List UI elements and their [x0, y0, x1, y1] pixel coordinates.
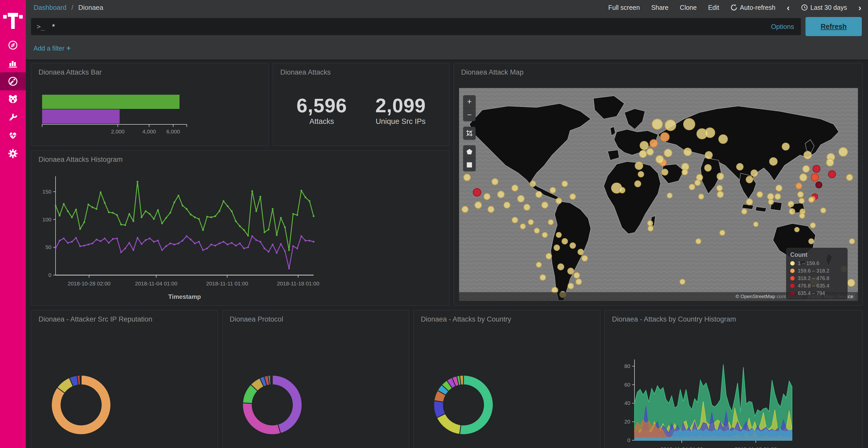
time-prev-button[interactable]: ‹: [787, 3, 790, 13]
attack-location-marker[interactable]: [648, 226, 653, 231]
attack-location-marker[interactable]: [800, 213, 805, 218]
full-screen-button[interactable]: Full screen: [609, 4, 640, 11]
attack-location-marker[interactable]: [582, 255, 587, 261]
attack-location-marker[interactable]: [578, 249, 584, 255]
breadcrumb-dashboard-link[interactable]: Dashboard: [34, 4, 66, 11]
attack-location-marker[interactable]: [746, 199, 752, 205]
sidebar-item-discover[interactable]: [0, 36, 26, 54]
time-next-button[interactable]: ›: [859, 3, 861, 13]
attack-location-marker[interactable]: [776, 185, 782, 191]
attack-location-marker[interactable]: [574, 273, 580, 278]
attack-location-marker[interactable]: [719, 135, 727, 143]
attack-location-marker[interactable]: [498, 191, 504, 198]
attack-location-marker[interactable]: [546, 253, 552, 259]
attack-location-marker[interactable]: [717, 192, 723, 198]
attack-location-marker[interactable]: [512, 217, 518, 223]
attack-location-marker[interactable]: [524, 204, 530, 210]
attack-location-marker[interactable]: [720, 230, 725, 235]
attack-location-marker[interactable]: [635, 162, 643, 170]
attack-location-marker[interactable]: [473, 188, 481, 196]
attack-location-marker[interactable]: [847, 279, 855, 286]
attack-location-marker[interactable]: [813, 165, 820, 173]
attack-location-marker[interactable]: [462, 206, 468, 212]
attack-location-marker[interactable]: [492, 179, 498, 185]
attack-location-marker[interactable]: [695, 180, 700, 185]
attack-location-marker[interactable]: [650, 140, 657, 147]
attack-location-marker[interactable]: [809, 239, 814, 244]
bar-Attacks[interactable]: [42, 95, 180, 109]
attack-location-marker[interactable]: [656, 156, 664, 163]
world-map[interactable]: + − Count 1 – 159.6159.6 – 318.2318.2 – …: [459, 88, 858, 301]
attack-location-marker[interactable]: [528, 219, 533, 225]
donut-slice-httpd[interactable]: [243, 403, 281, 435]
sidebar-item-devtools[interactable]: [0, 108, 26, 127]
sidebar-item-tpot[interactable]: [0, 90, 26, 108]
attack-location-marker[interactable]: [504, 202, 510, 208]
attack-location-marker[interactable]: [558, 264, 564, 270]
line-series-Unique Src IPs[interactable]: [56, 236, 314, 268]
attack-location-marker[interactable]: [662, 169, 668, 175]
refresh-button[interactable]: Refresh: [805, 17, 862, 36]
attack-location-marker[interactable]: [665, 120, 676, 131]
attack-location-marker[interactable]: [800, 174, 807, 181]
attack-location-marker[interactable]: [705, 151, 712, 159]
attack-location-marker[interactable]: [717, 173, 723, 180]
attack-location-marker[interactable]: [705, 128, 715, 138]
attack-location-marker[interactable]: [464, 174, 470, 181]
attack-location-marker[interactable]: [684, 118, 695, 130]
zoom-out-button[interactable]: −: [463, 108, 475, 121]
attack-location-marker[interactable]: [789, 209, 795, 214]
attack-location-marker[interactable]: [751, 170, 758, 176]
attack-location-marker[interactable]: [768, 199, 773, 204]
attack-location-marker[interactable]: [512, 185, 518, 191]
attack-location-marker[interactable]: [821, 208, 826, 213]
sidebar-item-management[interactable]: [0, 144, 26, 163]
attack-location-marker[interactable]: [475, 202, 482, 208]
attack-location-marker[interactable]: [542, 232, 548, 237]
attack-location-marker[interactable]: [746, 176, 753, 183]
attack-location-marker[interactable]: [798, 192, 803, 198]
attack-location-marker[interactable]: [534, 228, 539, 233]
attack-location-marker[interactable]: [640, 150, 647, 158]
attack-location-marker[interactable]: [540, 275, 546, 280]
attack-location-marker[interactable]: [536, 262, 541, 267]
attack-location-marker[interactable]: [530, 181, 536, 186]
attack-location-marker[interactable]: [811, 174, 818, 181]
attack-location-marker[interactable]: [680, 279, 685, 284]
attack-location-marker[interactable]: [827, 159, 834, 166]
share-button[interactable]: Share: [651, 4, 669, 11]
attack-location-marker[interactable]: [684, 148, 691, 156]
attack-location-marker[interactable]: [542, 202, 548, 208]
attack-location-marker[interactable]: [556, 232, 561, 237]
auto-refresh-button[interactable]: Auto-refresh: [731, 4, 776, 11]
sidebar-item-visualize[interactable]: [0, 54, 26, 72]
crop-tool-button[interactable]: [463, 127, 475, 140]
attack-location-marker[interactable]: [705, 164, 711, 171]
telekom-logo[interactable]: [0, 5, 26, 29]
attack-location-marker[interactable]: [562, 181, 567, 186]
donut-slice-mining node[interactable]: [81, 375, 81, 385]
attack-location-marker[interactable]: [520, 224, 525, 229]
attack-location-marker[interactable]: [554, 245, 560, 250]
attack-location-marker[interactable]: [839, 148, 847, 157]
attack-location-marker[interactable]: [652, 119, 662, 129]
attack-location-marker[interactable]: [664, 149, 672, 157]
rectangle-tool-button[interactable]: [463, 158, 475, 171]
attack-location-marker[interactable]: [816, 182, 822, 188]
attack-location-marker[interactable]: [742, 209, 747, 214]
attack-location-marker[interactable]: [484, 194, 490, 200]
attack-location-marker[interactable]: [804, 151, 811, 159]
sidebar-item-dashboard[interactable]: [0, 72, 26, 90]
donut-slice-China[interactable]: [460, 375, 493, 435]
attack-location-marker[interactable]: [737, 163, 743, 170]
bar-Unique Src IPs[interactable]: [42, 109, 120, 124]
attack-location-marker[interactable]: [660, 133, 669, 141]
donut-slice-United States[interactable]: [437, 414, 461, 434]
attack-location-marker[interactable]: [775, 194, 781, 200]
attack-location-marker[interactable]: [799, 198, 804, 203]
add-filter-link[interactable]: Add a filter+: [34, 44, 70, 53]
attack-location-marker[interactable]: [570, 243, 576, 248]
search-input[interactable]: >_ * Options: [31, 18, 801, 35]
attack-location-marker[interactable]: [567, 268, 574, 274]
attack-location-marker[interactable]: [753, 222, 758, 227]
